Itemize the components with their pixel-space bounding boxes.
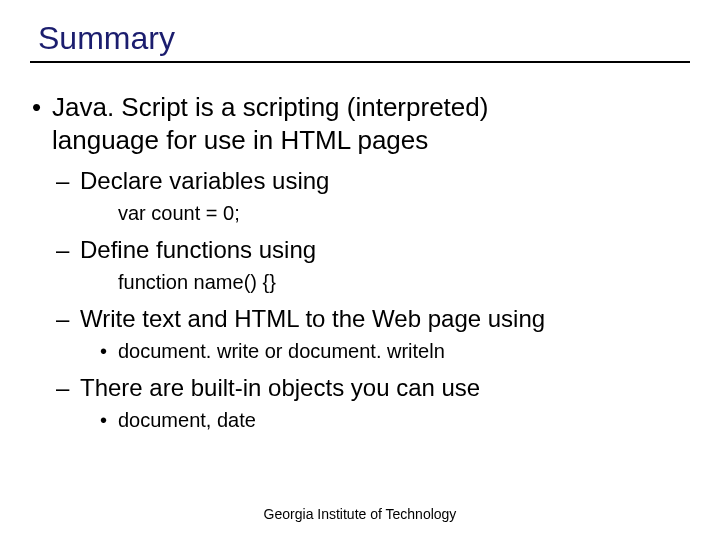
sub-sub-label: document. write or document. writeln xyxy=(118,340,445,362)
slide-title: Summary xyxy=(30,20,690,63)
sub-item-label: Define functions using xyxy=(80,236,316,263)
dash-icon: – xyxy=(56,304,69,334)
main-bullet: • Java. Script is a scripting (interpret… xyxy=(52,91,690,156)
footer-text: Georgia Institute of Technology xyxy=(0,506,720,522)
code-snippet: function name() {} xyxy=(118,271,690,294)
sub-item-write: – Write text and HTML to the Web page us… xyxy=(80,304,690,334)
sub-item-label: Write text and HTML to the Web page usin… xyxy=(80,305,545,332)
bullet-icon: • xyxy=(100,340,107,363)
sub-item-label: Declare variables using xyxy=(80,167,329,194)
sub-sub-item: • document, date xyxy=(118,409,690,432)
code-snippet: var count = 0; xyxy=(118,202,690,225)
dash-icon: – xyxy=(56,166,69,196)
dash-icon: – xyxy=(56,373,69,403)
sub-sub-label: document, date xyxy=(118,409,256,431)
bullet-icon: • xyxy=(32,91,41,124)
main-bullet-line1: Java. Script is a scripting (interpreted… xyxy=(52,92,488,122)
sub-sub-item: • document. write or document. writeln xyxy=(118,340,690,363)
sub-item-builtin: – There are built-in objects you can use xyxy=(80,373,690,403)
dash-icon: – xyxy=(56,235,69,265)
main-bullet-line2: language for use in HTML pages xyxy=(52,124,690,157)
sub-item-define: – Define functions using xyxy=(80,235,690,265)
bullet-icon: • xyxy=(100,409,107,432)
sub-item-declare: – Declare variables using xyxy=(80,166,690,196)
sub-item-label: There are built-in objects you can use xyxy=(80,374,480,401)
